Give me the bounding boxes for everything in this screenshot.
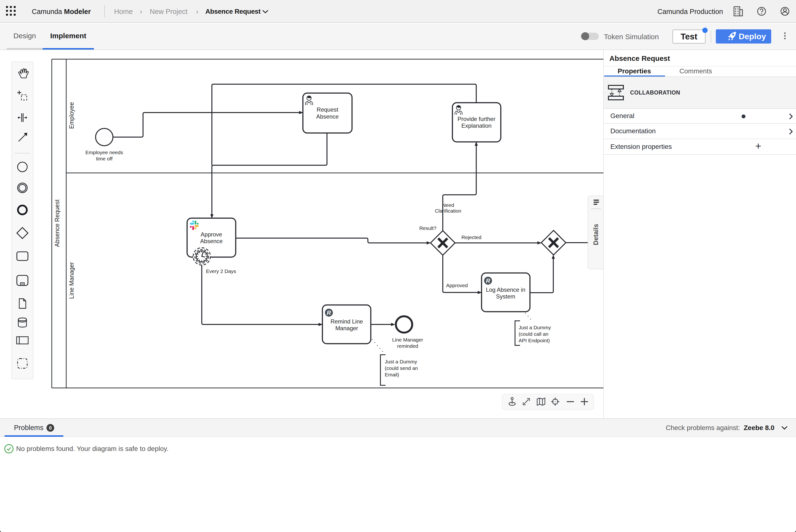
svg-text:Absence: Absence [200, 238, 222, 244]
svg-text:Explanation: Explanation [461, 122, 491, 129]
svg-text:Log Absence in: Log Absence in [486, 286, 525, 293]
svg-text:Line Manager: Line Manager [68, 262, 75, 299]
svg-text:Just a Dummy: Just a Dummy [385, 359, 417, 364]
svg-text:Just a Dummy: Just a Dummy [519, 325, 551, 330]
svg-text:Result?: Result? [419, 225, 436, 231]
svg-text:Every 2 Days: Every 2 Days [206, 268, 236, 274]
svg-text:Rejected: Rejected [462, 234, 482, 240]
svg-text:Clarification: Clarification [435, 208, 461, 213]
svg-text:(could call an: (could call an [519, 331, 548, 337]
svg-text:Approve: Approve [201, 231, 222, 238]
svg-text:Approved: Approved [446, 283, 468, 288]
svg-text:System: System [496, 293, 515, 300]
svg-text:Email): Email) [385, 372, 399, 377]
svg-text:Need: Need [442, 202, 454, 208]
svg-text:Remind Line: Remind Line [330, 318, 363, 325]
svg-text:Request: Request [316, 106, 338, 113]
svg-text:Employee needs: Employee needs [86, 150, 123, 155]
svg-text:Absence: Absence [316, 113, 339, 120]
svg-text:Employee: Employee [68, 102, 75, 129]
svg-text:Provide further: Provide further [457, 116, 495, 122]
svg-text:Line Manager: Line Manager [392, 337, 423, 342]
svg-text:API Endpoint): API Endpoint) [519, 338, 550, 343]
svg-text:reminded: reminded [397, 343, 418, 349]
svg-text:Manager: Manager [336, 325, 358, 331]
svg-text:Absence Request: Absence Request [54, 200, 60, 247]
svg-text:(could send an: (could send an [385, 365, 418, 371]
svg-text:time off: time off [96, 156, 113, 162]
